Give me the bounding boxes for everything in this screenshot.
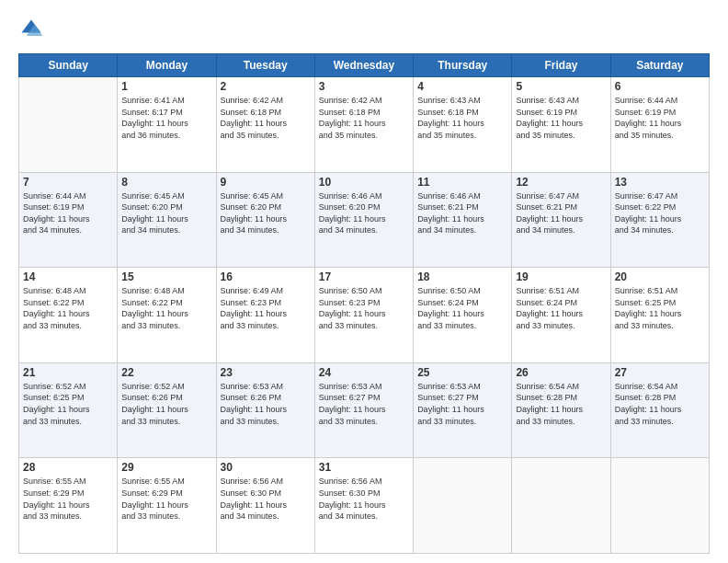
calendar-cell: 11Sunrise: 6:46 AMSunset: 6:21 PMDayligh… (414, 172, 512, 268)
day-info: Sunrise: 6:53 AMSunset: 6:27 PMDaylight:… (319, 381, 409, 427)
calendar-cell: 28Sunrise: 6:55 AMSunset: 6:29 PMDayligh… (19, 458, 118, 554)
day-info: Sunrise: 6:47 AMSunset: 6:21 PMDaylight:… (516, 190, 606, 236)
logo (18, 17, 48, 42)
day-number: 2 (221, 80, 311, 93)
day-info: Sunrise: 6:53 AMSunset: 6:27 PMDaylight:… (417, 381, 507, 427)
calendar-cell: 22Sunrise: 6:52 AMSunset: 6:26 PMDayligh… (118, 362, 216, 458)
day-number: 14 (23, 270, 113, 283)
day-info: Sunrise: 6:43 AMSunset: 6:19 PMDaylight:… (516, 95, 606, 141)
calendar-cell: 5Sunrise: 6:43 AMSunset: 6:19 PMDaylight… (512, 77, 610, 173)
calendar-cell: 15Sunrise: 6:48 AMSunset: 6:22 PMDayligh… (118, 268, 216, 363)
day-info: Sunrise: 6:48 AMSunset: 6:22 PMDaylight:… (23, 285, 113, 331)
calendar-cell (19, 77, 118, 173)
day-number: 16 (221, 270, 311, 283)
calendar-cell (610, 458, 709, 554)
calendar-cell: 30Sunrise: 6:56 AMSunset: 6:30 PMDayligh… (216, 458, 314, 554)
calendar-week-row: 1Sunrise: 6:41 AMSunset: 6:17 PMDaylight… (19, 77, 710, 173)
header (18, 17, 710, 42)
day-number: 15 (121, 270, 211, 283)
day-number: 23 (221, 366, 311, 379)
day-info: Sunrise: 6:52 AMSunset: 6:26 PMDaylight:… (121, 381, 211, 427)
calendar-cell: 29Sunrise: 6:55 AMSunset: 6:29 PMDayligh… (118, 458, 216, 554)
day-number: 7 (23, 176, 113, 189)
weekday-header-wednesday: Wednesday (314, 54, 413, 77)
day-number: 8 (121, 176, 211, 189)
calendar-cell: 31Sunrise: 6:56 AMSunset: 6:30 PMDayligh… (314, 458, 413, 554)
calendar-cell: 21Sunrise: 6:52 AMSunset: 6:25 PMDayligh… (19, 362, 118, 458)
calendar-table: SundayMondayTuesdayWednesdayThursdayFrid… (18, 53, 710, 554)
calendar-cell: 18Sunrise: 6:50 AMSunset: 6:24 PMDayligh… (414, 268, 512, 363)
calendar-cell: 26Sunrise: 6:54 AMSunset: 6:28 PMDayligh… (512, 362, 610, 458)
weekday-header-saturday: Saturday (610, 54, 709, 77)
day-number: 27 (615, 366, 705, 379)
day-info: Sunrise: 6:42 AMSunset: 6:18 PMDaylight:… (221, 95, 311, 141)
day-info: Sunrise: 6:52 AMSunset: 6:25 PMDaylight:… (23, 381, 113, 427)
calendar-cell: 3Sunrise: 6:42 AMSunset: 6:18 PMDaylight… (314, 77, 413, 173)
day-number: 31 (319, 461, 409, 474)
calendar-cell: 7Sunrise: 6:44 AMSunset: 6:19 PMDaylight… (19, 172, 118, 268)
day-number: 20 (615, 270, 705, 283)
day-info: Sunrise: 6:53 AMSunset: 6:26 PMDaylight:… (221, 381, 311, 427)
day-number: 22 (121, 366, 211, 379)
weekday-header-friday: Friday (512, 54, 610, 77)
day-info: Sunrise: 6:50 AMSunset: 6:23 PMDaylight:… (319, 285, 409, 331)
day-number: 29 (121, 461, 211, 474)
day-number: 28 (23, 461, 113, 474)
calendar-cell: 1Sunrise: 6:41 AMSunset: 6:17 PMDaylight… (118, 77, 216, 173)
calendar-cell: 6Sunrise: 6:44 AMSunset: 6:19 PMDaylight… (610, 77, 709, 173)
day-info: Sunrise: 6:46 AMSunset: 6:21 PMDaylight:… (417, 190, 507, 236)
day-number: 3 (319, 80, 409, 93)
day-number: 1 (121, 80, 211, 93)
day-info: Sunrise: 6:41 AMSunset: 6:17 PMDaylight:… (121, 95, 211, 141)
day-info: Sunrise: 6:51 AMSunset: 6:24 PMDaylight:… (516, 285, 606, 331)
page: SundayMondayTuesdayWednesdayThursdayFrid… (0, 0, 728, 563)
day-number: 5 (516, 80, 606, 93)
weekday-header-monday: Monday (118, 54, 216, 77)
calendar-cell: 16Sunrise: 6:49 AMSunset: 6:23 PMDayligh… (216, 268, 314, 363)
day-number: 30 (221, 461, 311, 474)
calendar-cell (512, 458, 610, 554)
day-number: 21 (23, 366, 113, 379)
weekday-header-sunday: Sunday (19, 54, 118, 77)
day-info: Sunrise: 6:51 AMSunset: 6:25 PMDaylight:… (615, 285, 705, 331)
day-info: Sunrise: 6:55 AMSunset: 6:29 PMDaylight:… (121, 476, 211, 522)
day-info: Sunrise: 6:49 AMSunset: 6:23 PMDaylight:… (221, 285, 311, 331)
day-info: Sunrise: 6:43 AMSunset: 6:18 PMDaylight:… (417, 95, 507, 141)
day-info: Sunrise: 6:42 AMSunset: 6:18 PMDaylight:… (319, 95, 409, 141)
day-number: 11 (417, 176, 507, 189)
calendar-cell: 2Sunrise: 6:42 AMSunset: 6:18 PMDaylight… (216, 77, 314, 173)
day-info: Sunrise: 6:56 AMSunset: 6:30 PMDaylight:… (221, 476, 311, 522)
calendar-cell: 8Sunrise: 6:45 AMSunset: 6:20 PMDaylight… (118, 172, 216, 268)
day-info: Sunrise: 6:55 AMSunset: 6:29 PMDaylight:… (23, 476, 113, 522)
calendar-cell: 19Sunrise: 6:51 AMSunset: 6:24 PMDayligh… (512, 268, 610, 363)
day-info: Sunrise: 6:44 AMSunset: 6:19 PMDaylight:… (615, 95, 705, 141)
calendar-cell: 9Sunrise: 6:45 AMSunset: 6:20 PMDaylight… (216, 172, 314, 268)
calendar-cell: 23Sunrise: 6:53 AMSunset: 6:26 PMDayligh… (216, 362, 314, 458)
day-number: 12 (516, 176, 606, 189)
calendar-cell: 12Sunrise: 6:47 AMSunset: 6:21 PMDayligh… (512, 172, 610, 268)
calendar-week-row: 21Sunrise: 6:52 AMSunset: 6:25 PMDayligh… (19, 362, 710, 458)
day-info: Sunrise: 6:50 AMSunset: 6:24 PMDaylight:… (417, 285, 507, 331)
calendar-week-row: 28Sunrise: 6:55 AMSunset: 6:29 PMDayligh… (19, 458, 710, 554)
calendar-cell: 4Sunrise: 6:43 AMSunset: 6:18 PMDaylight… (414, 77, 512, 173)
calendar-cell: 25Sunrise: 6:53 AMSunset: 6:27 PMDayligh… (414, 362, 512, 458)
weekday-header-tuesday: Tuesday (216, 54, 314, 77)
day-number: 13 (615, 176, 705, 189)
day-number: 26 (516, 366, 606, 379)
day-number: 9 (221, 176, 311, 189)
day-info: Sunrise: 6:54 AMSunset: 6:28 PMDaylight:… (516, 381, 606, 427)
day-info: Sunrise: 6:44 AMSunset: 6:19 PMDaylight:… (23, 190, 113, 236)
calendar-cell (414, 458, 512, 554)
day-info: Sunrise: 6:46 AMSunset: 6:20 PMDaylight:… (319, 190, 409, 236)
day-number: 25 (417, 366, 507, 379)
day-number: 10 (319, 176, 409, 189)
day-number: 19 (516, 270, 606, 283)
day-number: 17 (319, 270, 409, 283)
calendar-cell: 20Sunrise: 6:51 AMSunset: 6:25 PMDayligh… (610, 268, 709, 363)
day-info: Sunrise: 6:48 AMSunset: 6:22 PMDaylight:… (121, 285, 211, 331)
day-info: Sunrise: 6:45 AMSunset: 6:20 PMDaylight:… (121, 190, 211, 236)
day-number: 6 (615, 80, 705, 93)
calendar-cell: 17Sunrise: 6:50 AMSunset: 6:23 PMDayligh… (314, 268, 413, 363)
calendar-cell: 10Sunrise: 6:46 AMSunset: 6:20 PMDayligh… (314, 172, 413, 268)
calendar-cell: 14Sunrise: 6:48 AMSunset: 6:22 PMDayligh… (19, 268, 118, 363)
